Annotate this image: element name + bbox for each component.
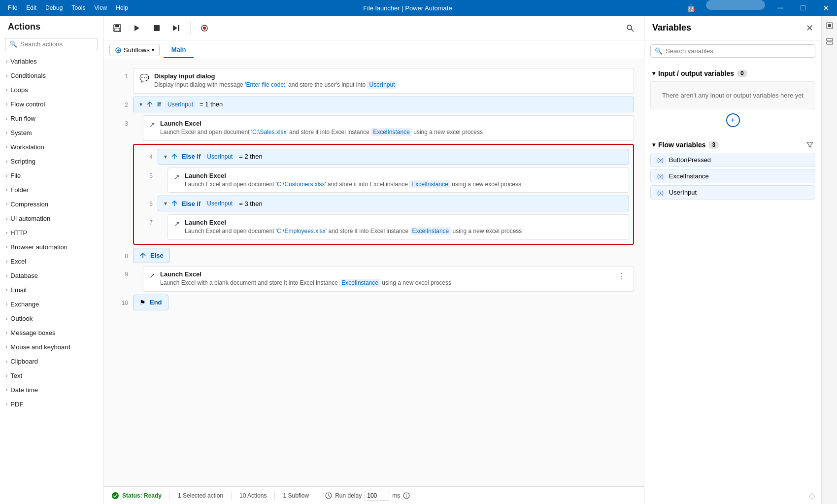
variables-search-box[interactable]: 🔍 (650, 44, 815, 58)
flow-var-userinput[interactable]: (x) UserInput (650, 185, 815, 200)
group-label: Excel (10, 258, 26, 265)
menu-view[interactable]: View (90, 2, 111, 13)
flow-row-2: 2 ▾ If UserInput = 1 then (113, 97, 634, 112)
action-group-pdf[interactable]: ›PDF (0, 397, 103, 411)
action-group-outlook[interactable]: ›Outlook (0, 311, 103, 326)
collapse-icon[interactable]: ▾ (164, 153, 167, 160)
else-block-8[interactable]: Else (133, 248, 170, 263)
diamond-icon (808, 493, 815, 500)
svg-rect-1 (115, 25, 119, 27)
io-section-header[interactable]: ▾ Input / output variables 0 (650, 66, 815, 81)
end-block-10[interactable]: ⚑ End (133, 295, 168, 310)
right-strip-btn-1[interactable] (824, 20, 836, 32)
var-name: ExcelInstance (669, 172, 709, 180)
action-group-workstation[interactable]: ›Workstation (0, 140, 103, 154)
action-group-browserautomation[interactable]: ›Browser automation (0, 240, 103, 254)
flow-step-5[interactable]: ↗ Launch Excel Launch Excel and open doc… (167, 168, 629, 193)
action-group-flowcontrol[interactable]: ›Flow control (0, 97, 103, 111)
stop-button[interactable] (149, 20, 165, 36)
action-group-mouseandkeyboard[interactable]: ›Mouse and keyboard (0, 340, 103, 354)
elseif-block-6[interactable]: ▾ Else if UserInput = 3 then (158, 196, 629, 211)
action-group-runflow[interactable]: ›Run flow (0, 111, 103, 126)
run-delay-group: Run delay ms i (325, 491, 410, 501)
action-group-scripting[interactable]: ›Scripting (0, 154, 103, 168)
action-group-messageboxes[interactable]: ›Message boxes (0, 326, 103, 340)
action-group-clipboard[interactable]: ›Clipboard (0, 354, 103, 369)
window-controls[interactable]: 🤖 ─ □ ✕ (679, 0, 837, 16)
maximize-button[interactable]: □ (792, 0, 814, 16)
run-delay-input[interactable] (365, 491, 389, 501)
close-button[interactable]: ✕ (814, 0, 837, 16)
action-group-uiautomation[interactable]: ›UI automation (0, 211, 103, 226)
step-title-9: Launch Excel (160, 270, 611, 278)
chevron-icon: › (6, 116, 7, 121)
next-button[interactable] (168, 20, 184, 36)
menu-tools[interactable]: Tools (67, 2, 89, 13)
line-number-2: 2 (113, 97, 128, 108)
status-ready: Status: Ready (111, 492, 162, 500)
group-label: Date time (10, 386, 38, 394)
action-group-folder[interactable]: ›Folder (0, 183, 103, 197)
flow-var-buttonpressed[interactable]: (x) ButtonPressed (650, 153, 815, 167)
svg-rect-21 (827, 38, 833, 41)
action-group-datetime[interactable]: ›Date time (0, 383, 103, 397)
action-group-http[interactable]: ›HTTP (0, 226, 103, 240)
elseif-block-4[interactable]: ▾ Else if UserInput = 2 then (158, 149, 629, 165)
flow-count-badge: 3 (708, 141, 719, 149)
search-icon: 🔍 (655, 47, 663, 55)
actions-list: ›Variables ›Conditionals ›Loops ›Flow co… (0, 54, 103, 504)
flow-var-excelinstance[interactable]: (x) ExcelInstance (650, 169, 815, 183)
flow-row-10: 10 ⚑ End (113, 295, 634, 310)
menu-debug[interactable]: Debug (41, 2, 67, 13)
variables-close-button[interactable]: ✕ (806, 23, 813, 34)
add-io-var-button[interactable]: + (726, 113, 740, 127)
flow-section-header[interactable]: ▾ Flow variables 3 (650, 137, 815, 153)
var-type-icon: (x) (655, 173, 666, 180)
action-group-system[interactable]: ›System (0, 126, 103, 140)
flow-step-7[interactable]: ↗ Launch Excel Launch Excel and open doc… (167, 214, 629, 240)
flow-step-9[interactable]: ↗ Launch Excel Launch Excel with a blank… (143, 266, 634, 292)
collapse-icon[interactable]: ▾ (139, 101, 142, 108)
action-group-database[interactable]: ›Database (0, 269, 103, 283)
app-title: File launcher | Power Automate (136, 4, 679, 12)
flow-canvas[interactable]: 1 💬 Display input dialog Display input d… (103, 60, 644, 486)
step-more-button[interactable]: ⋮ (616, 270, 628, 282)
filter-icon[interactable] (806, 141, 813, 148)
action-group-loops[interactable]: ›Loops (0, 83, 103, 97)
collapse-icon[interactable]: ▾ (164, 200, 167, 207)
record-button[interactable] (197, 20, 212, 36)
status-separator (169, 492, 170, 500)
right-strip-btn-2[interactable] (824, 35, 836, 47)
action-group-conditionals[interactable]: ›Conditionals (0, 68, 103, 83)
flow-step-3[interactable]: ↗ Launch Excel Launch Excel and open doc… (143, 115, 634, 141)
action-group-email[interactable]: ›Email (0, 283, 103, 297)
status-text: Status: Ready (122, 492, 162, 499)
actions-search-box[interactable]: 🔍 (5, 38, 98, 50)
search-variables-input[interactable] (666, 47, 811, 55)
step-icon-9: ↗ (149, 271, 155, 279)
flow-step-1[interactable]: 💬 Display input dialog Display input dia… (133, 68, 634, 94)
elseif-keyword: Else if (182, 153, 201, 160)
title-bar-menu[interactable]: File Edit Debug Tools View Help (0, 2, 136, 13)
menu-help[interactable]: Help (112, 2, 132, 13)
action-group-file[interactable]: ›File (0, 168, 103, 183)
search-actions-input[interactable] (20, 40, 94, 48)
status-check-icon (111, 492, 119, 500)
menu-edit[interactable]: Edit (22, 2, 40, 13)
minimize-button[interactable]: ─ (769, 0, 792, 16)
svg-rect-2 (115, 28, 120, 31)
run-button[interactable] (129, 20, 145, 36)
action-group-text[interactable]: ›Text (0, 369, 103, 383)
subflows-button[interactable]: Subflows ▾ (109, 44, 160, 56)
search-button[interactable] (622, 20, 638, 36)
save-button[interactable] (109, 20, 125, 36)
action-group-compression[interactable]: ›Compression (0, 197, 103, 211)
action-group-excel[interactable]: ›Excel (0, 254, 103, 269)
chevron-icon: › (6, 101, 7, 107)
action-group-exchange[interactable]: ›Exchange (0, 297, 103, 311)
main-tab[interactable]: Main (164, 42, 194, 58)
action-group-variables[interactable]: ›Variables (0, 54, 103, 68)
chevron-icon: › (6, 373, 7, 378)
menu-file[interactable]: File (4, 2, 21, 13)
if-block-2[interactable]: ▾ If UserInput = 1 then (133, 97, 634, 112)
